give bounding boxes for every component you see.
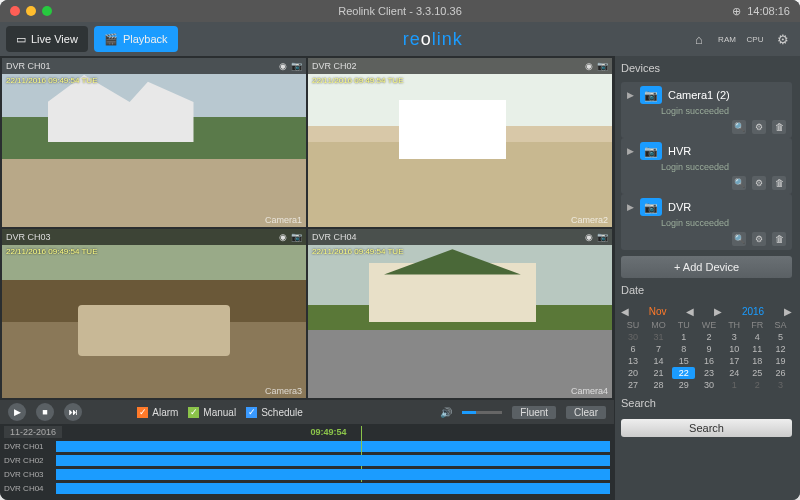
cal-day[interactable]: 15 bbox=[672, 355, 695, 367]
clear-button[interactable]: Clear bbox=[566, 406, 606, 419]
cal-day[interactable]: 3 bbox=[769, 379, 792, 391]
timeline-bar[interactable] bbox=[56, 455, 610, 466]
cal-day[interactable]: 16 bbox=[695, 355, 722, 367]
cal-day[interactable]: 20 bbox=[621, 367, 645, 379]
speaker-icon[interactable]: 🔊 bbox=[440, 407, 452, 418]
ram-icon[interactable]: RAM bbox=[716, 28, 738, 50]
chevron-right-icon[interactable]: ▶ bbox=[627, 146, 634, 156]
cal-day[interactable]: 30 bbox=[695, 379, 722, 391]
cal-day[interactable]: 26 bbox=[769, 367, 792, 379]
gear-icon[interactable]: ⚙ bbox=[772, 28, 794, 50]
device-search-icon[interactable]: 🔍 bbox=[732, 176, 746, 190]
camera-stream-icon[interactable]: ◉ bbox=[585, 61, 593, 71]
camera-stream-icon[interactable]: ◉ bbox=[279, 232, 287, 242]
camera-stream-icon[interactable]: ◉ bbox=[279, 61, 287, 71]
quality-button[interactable]: Fluent bbox=[512, 406, 556, 419]
stop-button[interactable]: ■ bbox=[36, 403, 54, 421]
cal-day[interactable]: 6 bbox=[621, 343, 645, 355]
cal-day[interactable]: 2 bbox=[695, 331, 722, 343]
camera-snapshot-icon[interactable]: 📷 bbox=[597, 232, 608, 242]
camera-tile-1[interactable]: DVR CH01◉📷22/11/2016 09:49:54 TUECamera1 bbox=[2, 58, 306, 227]
device-delete-icon[interactable]: 🗑 bbox=[772, 176, 786, 190]
chevron-right-icon[interactable]: ▶ bbox=[627, 90, 634, 100]
device-search-icon[interactable]: 🔍 bbox=[732, 120, 746, 134]
cal-day[interactable]: 27 bbox=[621, 379, 645, 391]
camera-snapshot-icon[interactable]: 📷 bbox=[291, 232, 302, 242]
timeline-bar[interactable] bbox=[56, 483, 610, 494]
inbox-icon[interactable]: ⌂ bbox=[688, 28, 710, 50]
cal-day[interactable]: 1 bbox=[672, 331, 695, 343]
cal-month[interactable]: Nov bbox=[649, 306, 667, 317]
chevron-right-icon[interactable]: ▶ bbox=[627, 202, 634, 212]
device-item[interactable]: ▶📷DVRLogin succeeded🔍⚙🗑 bbox=[621, 194, 792, 250]
camera-stream-icon[interactable]: ◉ bbox=[585, 232, 593, 242]
add-device-button[interactable]: + Add Device bbox=[621, 256, 792, 278]
cpu-icon[interactable]: CPU bbox=[744, 28, 766, 50]
device-settings-icon[interactable]: ⚙ bbox=[752, 232, 766, 246]
camera-icon: 📷 bbox=[640, 142, 662, 160]
cal-day[interactable]: 25 bbox=[746, 367, 769, 379]
cal-day[interactable]: 9 bbox=[695, 343, 722, 355]
timeline-row[interactable]: DVR CH02 bbox=[4, 454, 610, 467]
device-search-icon[interactable]: 🔍 bbox=[732, 232, 746, 246]
timeline-row[interactable]: DVR CH04 bbox=[4, 482, 610, 495]
camera-tile-3[interactable]: DVR CH03◉📷22/11/2016 09:49:54 TUECamera3 bbox=[2, 229, 306, 398]
timeline-row[interactable]: DVR CH01 bbox=[4, 440, 610, 453]
cal-day[interactable]: 5 bbox=[769, 331, 792, 343]
filter-schedule[interactable]: ✓Schedule bbox=[246, 407, 303, 418]
cal-day[interactable]: 29 bbox=[672, 379, 695, 391]
cal-day[interactable]: 13 bbox=[621, 355, 645, 367]
tab-playback[interactable]: 🎬 Playback bbox=[94, 26, 178, 52]
cal-day[interactable]: 31 bbox=[645, 331, 672, 343]
cal-next-month[interactable]: ▶ bbox=[784, 306, 792, 317]
cal-day[interactable]: 24 bbox=[723, 367, 746, 379]
device-settings-icon[interactable]: ⚙ bbox=[752, 176, 766, 190]
timeline[interactable]: 11-22-2016 09:49:54 DVR CH01DVR CH02DVR … bbox=[0, 424, 614, 500]
cal-day[interactable]: 3 bbox=[723, 331, 746, 343]
cal-prev-month[interactable]: ◀ bbox=[621, 306, 629, 317]
cal-day[interactable]: 1 bbox=[723, 379, 746, 391]
tab-live-view[interactable]: ▭ Live View bbox=[6, 26, 88, 52]
play-button[interactable]: ▶ bbox=[8, 403, 26, 421]
camera-tile-2[interactable]: DVR CH02◉📷22/11/2016 09:49:54 TUECamera2 bbox=[308, 58, 612, 227]
cal-day[interactable]: 10 bbox=[723, 343, 746, 355]
device-delete-icon[interactable]: 🗑 bbox=[772, 232, 786, 246]
cal-day[interactable]: 23 bbox=[695, 367, 722, 379]
device-item[interactable]: ▶📷Camera1 (2)Login succeeded🔍⚙🗑 bbox=[621, 82, 792, 138]
cal-day[interactable]: 30 bbox=[621, 331, 645, 343]
timeline-bar[interactable] bbox=[56, 441, 610, 452]
cal-day[interactable]: 22 bbox=[672, 367, 695, 379]
timeline-bar[interactable] bbox=[56, 469, 610, 480]
minimize-icon[interactable] bbox=[26, 6, 36, 16]
search-button[interactable]: Search bbox=[621, 419, 792, 437]
camera-timestamp: 22/11/2016 09:49:54 TUE bbox=[6, 76, 97, 85]
filter-manual[interactable]: ✓Manual bbox=[188, 407, 236, 418]
cal-day[interactable]: 19 bbox=[769, 355, 792, 367]
timeline-row[interactable]: DVR CH03 bbox=[4, 468, 610, 481]
cal-day[interactable]: 2 bbox=[746, 379, 769, 391]
filter-alarm[interactable]: ✓Alarm bbox=[137, 407, 178, 418]
close-icon[interactable] bbox=[10, 6, 20, 16]
cal-day[interactable]: 7 bbox=[645, 343, 672, 355]
cal-day[interactable]: 21 bbox=[645, 367, 672, 379]
device-item[interactable]: ▶📷HVRLogin succeeded🔍⚙🗑 bbox=[621, 138, 792, 194]
cal-next[interactable]: ▶ bbox=[714, 306, 722, 317]
maximize-icon[interactable] bbox=[42, 6, 52, 16]
device-settings-icon[interactable]: ⚙ bbox=[752, 120, 766, 134]
cal-day[interactable]: 14 bbox=[645, 355, 672, 367]
cal-prev[interactable]: ◀ bbox=[686, 306, 694, 317]
cal-day[interactable]: 18 bbox=[746, 355, 769, 367]
camera-snapshot-icon[interactable]: 📷 bbox=[291, 61, 302, 71]
cal-day[interactable]: 12 bbox=[769, 343, 792, 355]
cal-day[interactable]: 17 bbox=[723, 355, 746, 367]
cal-day[interactable]: 8 bbox=[672, 343, 695, 355]
volume-slider[interactable] bbox=[462, 411, 502, 414]
device-delete-icon[interactable]: 🗑 bbox=[772, 120, 786, 134]
camera-tile-4[interactable]: DVR CH04◉📷22/11/2016 09:49:54 TUECamera4 bbox=[308, 229, 612, 398]
cal-day[interactable]: 11 bbox=[746, 343, 769, 355]
step-button[interactable]: ⏭ bbox=[64, 403, 82, 421]
cal-year[interactable]: 2016 bbox=[742, 306, 764, 317]
cal-day[interactable]: 4 bbox=[746, 331, 769, 343]
cal-day[interactable]: 28 bbox=[645, 379, 672, 391]
camera-snapshot-icon[interactable]: 📷 bbox=[597, 61, 608, 71]
